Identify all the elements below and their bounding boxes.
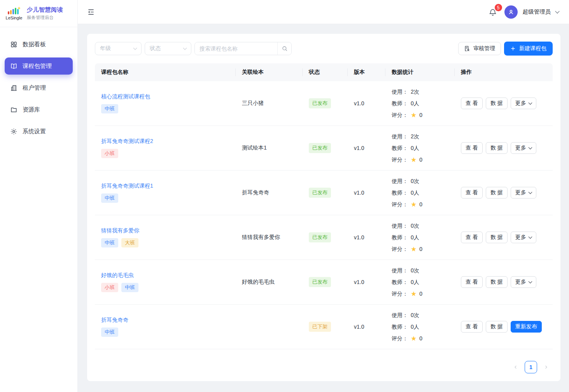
grade-tags: 中班 [101,104,229,113]
stats-cell: 使用：2次教师：0人评分：★0 [385,131,455,166]
status-select[interactable]: 状态 [145,42,191,55]
view-button[interactable]: 查 看 [461,98,483,109]
menu-fold-icon[interactable] [87,8,95,16]
sidebar-item-tenants[interactable]: 租户管理 [5,79,73,96]
next-page-button[interactable] [540,361,552,373]
status-cell: 已发布 [303,232,348,242]
actions-cell: 查 看数 据更多 [455,187,553,199]
data-button[interactable]: 数 据 [486,142,508,154]
data-button[interactable]: 数 据 [486,98,508,109]
dashboard-icon [10,41,18,48]
course-name-link[interactable]: 好饿的毛毛虫 [101,272,134,279]
search-icon[interactable] [277,42,291,55]
teachers-stat: 教师：0人 [392,142,448,154]
sidebar-item-settings[interactable]: 系统设置 [5,123,73,140]
sidebar-item-course-packages[interactable]: 课程包管理 [5,57,73,75]
notification-bell-icon[interactable]: 5 [488,7,499,17]
stats-cell: 使用：0次教师：0人评分：★0 [385,265,455,300]
usage-stat: 使用：0次 [392,220,448,232]
sidebar-item-resources[interactable]: 资源库 [5,101,73,118]
chevron-down-icon [528,190,532,194]
usage-stat: 使用：0次 [392,175,448,187]
status-select-value: 状态 [150,45,161,52]
stats-cell: 使用：2次教师：0人评分：★0 [385,86,455,121]
table-row: 猜猜我有多爱你中班大班猜猜我有多爱你已发布v1.0使用：0次教师：0人评分：★0… [95,215,553,260]
status-badge: 已发布 [309,277,331,287]
sidebar-item-label: 课程包管理 [23,63,52,70]
course-name-link[interactable]: 猜猜我有多爱你 [101,227,139,234]
grade-tag: 小班 [101,149,118,158]
grade-tag: 中班 [121,283,138,292]
view-button[interactable]: 查 看 [461,187,483,199]
teachers-stat: 教师：0人 [392,187,448,199]
grade-tag: 大班 [121,238,138,247]
open-book-icon [10,63,18,70]
chevron-down-icon [528,235,532,239]
data-button[interactable]: 数 据 [486,187,508,199]
version-cell: v1.0 [348,324,385,330]
course-name-link[interactable]: 核心流程测试课程包 [101,93,150,100]
filter-bar: 年级 状态 [95,42,553,56]
search-box [194,42,292,55]
course-name-block: 折耳兔奇奇测试课程2小班 [101,138,229,158]
search-input[interactable] [195,42,277,55]
star-icon: ★ [411,335,417,342]
more-button[interactable]: 更多 [511,276,536,288]
more-button[interactable]: 更多 [511,187,536,199]
star-icon: ★ [411,246,417,253]
book-cell: 好饿的毛毛虫 [236,279,303,286]
gear-icon [10,128,18,135]
review-button-label: 审核管理 [473,45,495,52]
sidebar-item-label: 资源库 [23,106,40,113]
book-cell: 猜猜我有多爱你 [236,234,303,241]
course-name-block: 折耳兔奇奇测试课程1中班 [101,183,229,203]
content: 年级 状态 [78,24,569,392]
version-cell: v1.0 [348,145,385,151]
teachers-stat: 教师：0人 [392,232,448,243]
course-name-cell: 折耳兔奇奇中班 [95,317,236,337]
more-button[interactable]: 更多 [511,232,536,243]
more-button[interactable]: 更多 [511,142,536,154]
username[interactable]: 超级管理员 [523,8,551,16]
view-button[interactable]: 查 看 [461,142,483,154]
stats-cell: 使用：0次教师：0人评分：★0 [385,309,455,344]
previous-page-button[interactable] [510,361,522,373]
chevron-down-icon [133,46,137,50]
top-right: 5 超级管理员 [488,5,559,19]
main-area: 5 超级管理员 年级 [78,0,569,392]
create-course-package-button[interactable]: 新建课程包 [504,42,553,56]
republish-button[interactable]: 重新发布 [511,321,542,333]
teachers-stat: 教师：0人 [392,321,448,333]
column-header-name: 课程包名称 [95,69,236,76]
avatar[interactable] [504,5,518,19]
teachers-stat: 教师：0人 [392,98,448,109]
status-badge: 已发布 [309,188,331,198]
course-name-link[interactable]: 折耳兔奇奇测试课程1 [101,183,153,190]
grade-select[interactable]: 年级 [95,42,142,55]
version-cell: v1.0 [348,234,385,240]
sidebar-item-dashboard[interactable]: 数据看板 [5,36,73,53]
view-button[interactable]: 查 看 [461,321,483,333]
view-button[interactable]: 查 看 [461,232,483,243]
column-header-actions: 操作 [455,69,553,76]
course-name-link[interactable]: 折耳兔奇奇 [101,317,128,324]
view-button[interactable]: 查 看 [461,276,483,288]
grade-tags: 小班 [101,149,229,158]
data-button[interactable]: 数 据 [486,321,508,333]
chevron-down-icon[interactable] [555,9,559,13]
column-header-version: 版本 [348,69,385,76]
data-button[interactable]: 数 据 [486,276,508,288]
stats-cell: 使用：0次教师：0人评分：★0 [385,175,455,210]
review-management-button[interactable]: 审核管理 [458,42,501,55]
course-name-cell: 折耳兔奇奇测试课程2小班 [95,138,236,158]
sidebar-item-label: 系统设置 [23,128,46,135]
course-name-block: 核心流程测试课程包中班 [101,93,229,113]
status-cell: 已发布 [303,277,348,287]
sidebar: LeSingle 少儿智慧阅读 服务管理后台 数据看板 课程包管理 [0,0,78,392]
chevron-down-icon [528,101,532,105]
more-button[interactable]: 更多 [511,98,536,109]
data-button[interactable]: 数 据 [486,232,508,243]
table-body: 核心流程测试课程包中班三只小猪已发布v1.0使用：2次教师：0人评分：★0查 看… [95,81,553,349]
course-name-link[interactable]: 折耳兔奇奇测试课程2 [101,138,153,145]
page-number-1[interactable]: 1 [525,361,537,373]
